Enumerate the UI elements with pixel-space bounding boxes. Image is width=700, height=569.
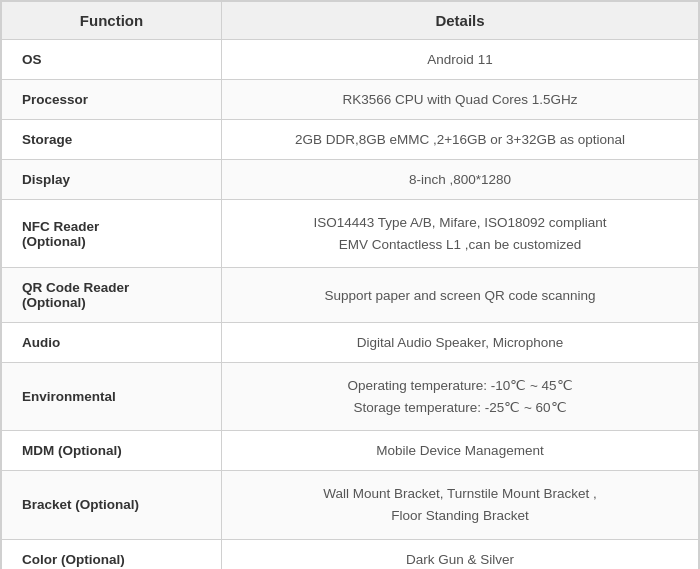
table-row: Storage2GB DDR,8GB eMMC ,2+16GB or 3+32G… [2,120,699,160]
cell-function: Color (Optional) [2,539,222,569]
cell-details: Operating temperature: -10℃ ~ 45℃Storage… [222,363,699,431]
cell-function: Bracket (Optional) [2,471,222,539]
table-row: Display8-inch ,800*1280 [2,160,699,200]
cell-details: Android 11 [222,40,699,80]
header-function: Function [2,2,222,40]
cell-details: Mobile Device Management [222,431,699,471]
cell-details: Wall Mount Bracket, Turnstile Mount Brac… [222,471,699,539]
cell-function: Processor [2,80,222,120]
header-details: Details [222,2,699,40]
table-row: MDM (Optional) Mobile Device Management [2,431,699,471]
cell-details: RK3566 CPU with Quad Cores 1.5GHz [222,80,699,120]
cell-function: Audio [2,323,222,363]
cell-details: 8-inch ,800*1280 [222,160,699,200]
cell-function: Environmental [2,363,222,431]
table-row: Color (Optional)Dark Gun & Silver [2,539,699,569]
table-row: EnvironmentalOperating temperature: -10℃… [2,363,699,431]
cell-function: OS [2,40,222,80]
cell-details: 2GB DDR,8GB eMMC ,2+16GB or 3+32GB as op… [222,120,699,160]
cell-details: Digital Audio Speaker, Microphone [222,323,699,363]
cell-details: Dark Gun & Silver [222,539,699,569]
cell-function: Display [2,160,222,200]
table-row: OSAndroid 11 [2,40,699,80]
cell-function: QR Code Reader(Optional) [2,268,222,323]
spec-table: Function Details OSAndroid 11ProcessorRK… [0,0,700,569]
cell-details: ISO14443 Type A/B, Mifare, ISO18092 comp… [222,200,699,268]
cell-function: Storage [2,120,222,160]
table-row: Bracket (Optional)Wall Mount Bracket, Tu… [2,471,699,539]
table-row: QR Code Reader(Optional)Support paper an… [2,268,699,323]
cell-function: NFC Reader(Optional) [2,200,222,268]
cell-function: MDM (Optional) [2,431,222,471]
cell-details: Support paper and screen QR code scannin… [222,268,699,323]
table-row: AudioDigital Audio Speaker, Microphone [2,323,699,363]
table-header-row: Function Details [2,2,699,40]
table-row: ProcessorRK3566 CPU with Quad Cores 1.5G… [2,80,699,120]
table-row: NFC Reader(Optional)ISO14443 Type A/B, M… [2,200,699,268]
